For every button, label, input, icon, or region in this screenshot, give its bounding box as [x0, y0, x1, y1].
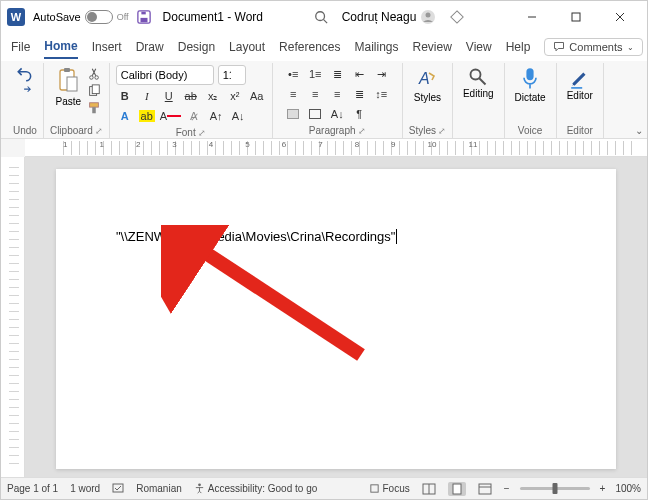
status-accessibility[interactable]: Accessibility: Good to go: [194, 483, 318, 494]
group-label-font: Font ⤢: [176, 125, 206, 140]
superscript-button[interactable]: x²: [226, 87, 244, 105]
tab-layout[interactable]: Layout: [229, 36, 265, 58]
status-words[interactable]: 1 word: [70, 483, 100, 494]
font-name-input[interactable]: [116, 65, 214, 85]
tab-help[interactable]: Help: [506, 36, 531, 58]
zoom-in-button[interactable]: +: [600, 483, 606, 494]
clear-format-button[interactable]: A̷: [185, 107, 203, 125]
text-effects-button[interactable]: A: [116, 107, 134, 125]
increase-indent-button[interactable]: ⇥: [372, 65, 390, 83]
web-layout-button[interactable]: [476, 482, 494, 496]
tab-insert[interactable]: Insert: [92, 36, 122, 58]
bold-button[interactable]: B: [116, 87, 134, 105]
svg-rect-19: [92, 85, 99, 94]
svg-rect-33: [453, 484, 461, 494]
tab-design[interactable]: Design: [178, 36, 215, 58]
user-account[interactable]: Codruț Neagu: [342, 9, 437, 25]
svg-rect-15: [67, 77, 77, 91]
maximize-button[interactable]: [559, 5, 593, 29]
search-icon[interactable]: [314, 10, 328, 24]
undo-icon[interactable]: [16, 65, 34, 83]
cut-icon[interactable]: [87, 67, 101, 81]
font-size-input[interactable]: [218, 65, 246, 85]
status-bar: Page 1 of 1 1 word Romanian Accessibilit…: [1, 477, 647, 499]
horizontal-ruler[interactable]: 1 1 2 3 4 5 6 7 8 9 10 11: [25, 139, 647, 157]
group-label-undo: Undo: [13, 123, 37, 138]
document-area: "\\ZENWIFI-AX\Media\Movies\Crina\Recordi…: [1, 157, 647, 477]
tab-mailings[interactable]: Mailings: [354, 36, 398, 58]
editor-icon: [569, 67, 591, 89]
redo-icon[interactable]: [18, 85, 32, 95]
save-icon[interactable]: [137, 10, 151, 24]
user-name: Codruț Neagu: [342, 10, 417, 24]
collapse-ribbon-button[interactable]: ⌄: [635, 125, 643, 136]
toggle-icon[interactable]: [85, 10, 113, 24]
grow-font-button[interactable]: A↑: [207, 107, 225, 125]
page[interactable]: "\\ZENWIFI-AX\Media\Movies\Crina\Recordi…: [56, 169, 616, 469]
justify-button[interactable]: ≣: [350, 85, 368, 103]
print-layout-button[interactable]: [448, 482, 466, 496]
document-scroll[interactable]: "\\ZENWIFI-AX\Media\Movies\Crina\Recordi…: [25, 157, 647, 477]
zoom-out-button[interactable]: −: [504, 483, 510, 494]
subscript-button[interactable]: x₂: [204, 87, 222, 105]
document-text[interactable]: "\\ZENWIFI-AX\Media\Movies\Crina\Recordi…: [116, 229, 397, 244]
decrease-indent-button[interactable]: ⇤: [350, 65, 368, 83]
strike-button[interactable]: ab: [182, 87, 200, 105]
copy-icon[interactable]: [87, 84, 101, 98]
minimize-button[interactable]: [515, 5, 549, 29]
status-proofing-icon[interactable]: [112, 482, 124, 496]
user-avatar-icon: [420, 9, 436, 25]
numbering-button[interactable]: 1≡: [306, 65, 324, 83]
tab-review[interactable]: Review: [413, 36, 452, 58]
read-mode-button[interactable]: [420, 482, 438, 496]
editor-button[interactable]: Editor: [563, 65, 597, 103]
line-spacing-button[interactable]: ↕≡: [372, 85, 390, 103]
zoom-level[interactable]: 100%: [615, 483, 641, 494]
tab-references[interactable]: References: [279, 36, 340, 58]
shrink-font-button[interactable]: A↓: [229, 107, 247, 125]
styles-button[interactable]: A Styles: [410, 65, 445, 105]
diamond-icon[interactable]: [450, 10, 464, 24]
svg-point-17: [95, 76, 99, 80]
align-right-button[interactable]: ≡: [328, 85, 346, 103]
status-language[interactable]: Romanian: [136, 483, 182, 494]
focus-button[interactable]: Focus: [369, 483, 410, 494]
show-marks-button[interactable]: ¶: [350, 105, 368, 123]
word-window: W AutoSave Off Document1 - Word Codruț N…: [0, 0, 648, 500]
bullets-button[interactable]: •≡: [284, 65, 302, 83]
ribbon: Undo Paste Clipboard ⤢: [1, 61, 647, 139]
shading-button[interactable]: [284, 105, 302, 123]
comments-label: Comments: [569, 41, 622, 53]
format-painter-icon[interactable]: [87, 101, 101, 115]
close-button[interactable]: [603, 5, 637, 29]
change-case-button[interactable]: Aa: [248, 87, 266, 105]
underline-button[interactable]: U: [160, 87, 178, 105]
group-label-styles: Styles ⤢: [409, 123, 446, 138]
svg-point-23: [471, 70, 481, 80]
editing-button[interactable]: Editing: [459, 65, 498, 101]
italic-button[interactable]: I: [138, 87, 156, 105]
autosave-toggle[interactable]: AutoSave Off: [33, 10, 129, 24]
font-color-button[interactable]: A: [160, 107, 181, 125]
tab-file[interactable]: File: [11, 36, 30, 58]
comments-button[interactable]: Comments ⌄: [544, 38, 642, 56]
svg-rect-28: [113, 484, 123, 492]
highlight-button[interactable]: ab: [138, 107, 156, 125]
sort-button[interactable]: A↓: [328, 105, 346, 123]
align-center-button[interactable]: ≡: [306, 85, 324, 103]
svg-rect-30: [370, 485, 377, 492]
tab-draw[interactable]: Draw: [136, 36, 164, 58]
svg-line-24: [479, 78, 485, 84]
dictate-button[interactable]: Dictate: [511, 65, 550, 105]
tab-view[interactable]: View: [466, 36, 492, 58]
paste-button[interactable]: Paste: [52, 65, 86, 109]
borders-button[interactable]: [306, 105, 324, 123]
multilevel-button[interactable]: ≣: [328, 65, 346, 83]
zoom-slider[interactable]: [520, 487, 590, 490]
vertical-ruler[interactable]: [1, 157, 25, 477]
status-page[interactable]: Page 1 of 1: [7, 483, 58, 494]
tab-home[interactable]: Home: [44, 35, 77, 59]
group-label-voice: Voice: [518, 123, 542, 138]
align-left-button[interactable]: ≡: [284, 85, 302, 103]
autosave-state: Off: [117, 12, 129, 22]
